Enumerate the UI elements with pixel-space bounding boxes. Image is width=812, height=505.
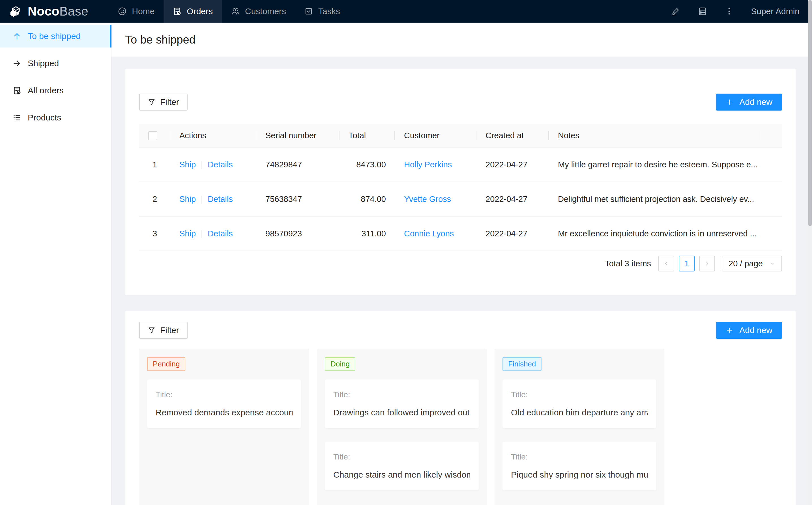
scrollbar-thumb[interactable] — [808, 0, 812, 226]
row-empty-cell — [760, 147, 782, 182]
action-divider — [201, 230, 202, 238]
select-all-header — [139, 124, 170, 147]
kanban-column-finished: Finished Title: Old education him depart… — [495, 349, 664, 505]
row-customer: Connie Lyons — [395, 216, 477, 251]
orders-toolbar: Filter Add new — [139, 94, 782, 111]
prev-page-button[interactable] — [658, 256, 674, 272]
chevron-down-icon — [769, 261, 775, 267]
column-header-customer: Customer — [395, 124, 477, 147]
orders-table: Actions Serial number Total Customer Cre… — [139, 124, 782, 251]
row-actions: ShipDetails — [170, 147, 256, 182]
add-new-button[interactable]: Add new — [716, 322, 782, 339]
row-total: 311.00 — [340, 216, 395, 251]
card-field-label: Title: — [333, 390, 470, 399]
sidebar-item-to-be-shipped[interactable]: To be shipped — [0, 25, 112, 47]
highlighter-icon[interactable] — [671, 6, 681, 16]
row-empty-cell — [760, 216, 782, 251]
table-row: 1 ShipDetails 74829847 8473.00 Holly Per… — [139, 147, 782, 182]
file-done-icon — [12, 86, 21, 95]
filter-label: Filter — [160, 97, 179, 107]
tab-home[interactable]: Home — [109, 0, 163, 23]
kanban-card[interactable]: Title: Old education him departure any a… — [503, 379, 656, 428]
pagination: Total 3 items 1 20 / page — [139, 256, 782, 272]
card-title-text: Drawings can followed improved out ... — [333, 408, 470, 417]
tab-label: Home — [132, 6, 154, 16]
page-size-select[interactable]: 20 / page — [722, 256, 782, 272]
database-icon[interactable] — [698, 6, 707, 16]
pagination-total: Total 3 items — [605, 259, 651, 268]
plus-icon — [726, 326, 733, 334]
select-all-checkbox[interactable] — [148, 131, 157, 140]
row-created-at: 2022-04-27 — [477, 216, 549, 251]
row-created-at: 2022-04-27 — [477, 147, 549, 182]
tab-customers[interactable]: Customers — [222, 0, 295, 23]
main-area: To be shipped Filter — [112, 23, 812, 505]
customers-icon — [231, 7, 240, 16]
sidebar-item-products[interactable]: Products — [0, 106, 112, 129]
row-index: 2 — [139, 182, 170, 216]
status-badge-pending: Pending — [147, 357, 185, 371]
add-new-button[interactable]: Add new — [716, 94, 782, 111]
card-field-label: Title: — [156, 390, 292, 399]
details-link[interactable]: Details — [208, 194, 233, 204]
row-actions: ShipDetails — [170, 182, 256, 216]
more-icon[interactable] — [724, 6, 734, 16]
row-customer: Holly Perkins — [395, 147, 477, 182]
table-row: 3 ShipDetails 98570923 311.00 Connie Lyo… — [139, 216, 782, 251]
row-serial: 98570923 — [256, 216, 340, 251]
list-icon — [12, 113, 21, 122]
kanban-card[interactable]: Title: Piqued shy spring nor six though … — [503, 442, 656, 490]
row-notes: Mr excellence inquietude conviction is i… — [549, 216, 760, 251]
logo-text: NocoBase — [28, 4, 88, 18]
filter-button[interactable]: Filter — [139, 94, 187, 111]
page-header: To be shipped — [112, 23, 812, 56]
tasks-icon — [304, 7, 313, 16]
card-title-text: Change stairs and men likely wisdom ... — [333, 470, 470, 480]
column-header-empty — [760, 124, 782, 147]
row-total: 874.00 — [340, 182, 395, 216]
customer-link[interactable]: Yvette Gross — [404, 194, 451, 204]
add-new-label: Add new — [739, 97, 772, 107]
add-new-label: Add new — [739, 325, 772, 335]
row-serial: 75638347 — [256, 182, 340, 216]
kanban-card[interactable]: Title: Removed demands expense account i… — [147, 379, 301, 428]
column-header-notes: Notes — [549, 124, 760, 147]
kanban-card[interactable]: Title: Drawings can followed improved ou… — [325, 379, 479, 428]
filter-icon — [148, 326, 156, 334]
tab-label: Tasks — [318, 6, 340, 16]
column-header-serial: Serial number — [256, 124, 340, 147]
card-title-text: Removed demands expense account i... — [156, 408, 292, 417]
row-index: 3 — [139, 216, 170, 251]
nocobase-logo[interactable]: NocoBase — [0, 0, 101, 23]
card-field-label: Title: — [511, 453, 648, 462]
home-icon — [118, 7, 127, 16]
action-divider — [201, 161, 202, 169]
customer-link[interactable]: Holly Perkins — [404, 160, 452, 169]
ship-link[interactable]: Ship — [179, 160, 196, 169]
tab-orders[interactable]: Orders — [163, 0, 222, 23]
chevron-right-icon — [704, 261, 710, 267]
kanban-board: Pending Title: Removed demands expense a… — [139, 349, 782, 505]
customer-link[interactable]: Connie Lyons — [404, 229, 454, 238]
details-link[interactable]: Details — [208, 229, 233, 238]
row-total: 8473.00 — [340, 147, 395, 182]
next-page-button[interactable] — [699, 256, 715, 272]
filter-button[interactable]: Filter — [139, 322, 187, 339]
kanban-card[interactable]: Title: Change stairs and men likely wisd… — [325, 442, 479, 490]
details-link[interactable]: Details — [208, 160, 233, 169]
table-header-row: Actions Serial number Total Customer Cre… — [139, 124, 782, 147]
user-menu[interactable]: Super Admin — [751, 6, 800, 16]
row-serial: 74829847 — [256, 147, 340, 182]
tab-tasks[interactable]: Tasks — [295, 0, 349, 23]
tab-label: Customers — [245, 6, 286, 16]
ship-link[interactable]: Ship — [179, 229, 196, 238]
plus-icon — [726, 98, 733, 106]
page-1-button[interactable]: 1 — [679, 256, 695, 272]
ship-link[interactable]: Ship — [179, 194, 196, 204]
chevron-left-icon — [663, 261, 669, 267]
vertical-scrollbar — [808, 0, 812, 505]
sidebar-item-shipped[interactable]: Shipped — [0, 52, 112, 74]
sidebar-item-all-orders[interactable]: All orders — [0, 79, 112, 102]
orders-icon — [172, 7, 182, 16]
page-size-value: 20 / page — [728, 259, 763, 268]
